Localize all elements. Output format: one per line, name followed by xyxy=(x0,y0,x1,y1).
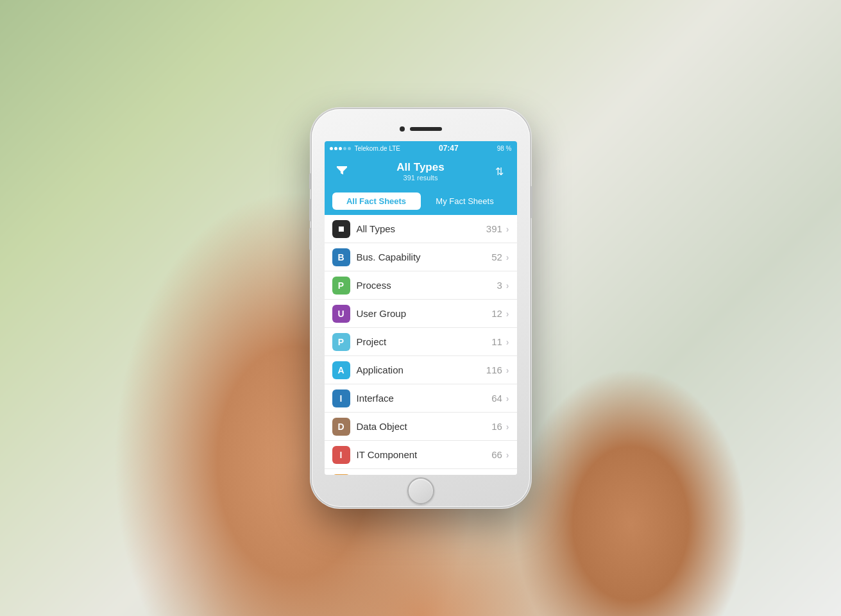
item-count-8: 66 xyxy=(491,449,502,460)
item-count-7: 16 xyxy=(491,421,502,432)
item-chevron-1: › xyxy=(506,252,509,262)
item-chevron-7: › xyxy=(506,422,509,432)
item-icon-2: P xyxy=(332,277,350,295)
item-count-3: 12 xyxy=(491,308,502,319)
list-item[interactable]: IInterface64› xyxy=(325,384,517,413)
item-label-1: Bus. Capability xyxy=(357,252,492,262)
item-icon-3: U xyxy=(332,305,350,323)
item-icon-5: A xyxy=(332,361,350,379)
status-bar: Telekom.de LTE 07:47 98 % xyxy=(325,141,517,155)
speaker-grille xyxy=(410,127,442,131)
segment-control: All Fact Sheets My Fact Sheets xyxy=(325,187,517,215)
item-label-6: Interface xyxy=(357,393,492,404)
tab-all-fact-sheets[interactable]: All Fact Sheets xyxy=(332,193,421,210)
item-icon-1: B xyxy=(332,248,350,266)
item-label-5: Application xyxy=(357,364,486,375)
camera-dot xyxy=(400,126,405,132)
sort-icon[interactable]: ⇅ xyxy=(489,166,509,178)
signal-dot-4 xyxy=(343,147,346,150)
item-chevron-6: › xyxy=(506,393,509,404)
list-item[interactable]: UUser Group12› xyxy=(325,300,517,328)
power-button xyxy=(530,186,532,218)
item-count-5: 116 xyxy=(486,364,502,375)
list-item[interactable]: BBus. Capability52› xyxy=(325,243,517,271)
list-item[interactable]: DData Object16› xyxy=(325,413,517,441)
list-item[interactable]: PProvider30› xyxy=(325,469,517,475)
item-label-4: Project xyxy=(357,336,492,347)
nav-bar: All Types 391 results ⇅ xyxy=(325,155,517,187)
item-label-7: Data Object xyxy=(357,421,492,432)
item-count-4: 11 xyxy=(491,336,502,347)
tab-my-fact-sheets[interactable]: My Fact Sheets xyxy=(421,193,509,210)
item-chevron-5: › xyxy=(506,365,509,375)
signal-dot-3 xyxy=(339,147,342,150)
list-item[interactable]: IIT Component66› xyxy=(325,441,517,469)
item-label-8: IT Component xyxy=(357,449,492,460)
nav-title-text: All Types xyxy=(396,161,444,174)
signal-dot-1 xyxy=(330,147,333,150)
fact-sheets-list: All Types391›BBus. Capability52›PProcess… xyxy=(325,215,517,475)
time-label: 07:47 xyxy=(439,144,459,153)
svg-rect-0 xyxy=(339,227,344,232)
signal-dot-5 xyxy=(348,147,351,150)
scene: Telekom.de LTE 07:47 98 % All Types 391 … xyxy=(0,0,841,616)
item-chevron-3: › xyxy=(506,309,509,319)
home-button[interactable] xyxy=(407,477,434,504)
item-count-0: 391 xyxy=(486,223,502,234)
screen: Telekom.de LTE 07:47 98 % All Types 391 … xyxy=(325,141,517,475)
volume-down-button xyxy=(309,228,312,250)
carrier-label: Telekom.de LTE xyxy=(355,145,401,152)
item-chevron-0: › xyxy=(506,224,509,234)
item-icon-0 xyxy=(332,220,350,238)
iphone-top xyxy=(312,109,530,141)
item-icon-8: I xyxy=(332,446,350,464)
list-item[interactable]: PProject11› xyxy=(325,328,517,356)
iphone-bottom xyxy=(407,475,434,507)
item-chevron-2: › xyxy=(506,280,509,291)
camera-speaker-area xyxy=(400,126,442,132)
iphone-frame: Telekom.de LTE 07:47 98 % All Types 391 … xyxy=(312,109,530,507)
list-item[interactable]: PProcess3› xyxy=(325,271,517,300)
nav-subtitle: 391 results xyxy=(396,174,444,182)
item-chevron-8: › xyxy=(506,450,509,460)
item-icon-9: P xyxy=(332,474,350,475)
item-label-3: User Group xyxy=(357,308,492,319)
filter-icon[interactable] xyxy=(332,164,352,180)
signal-dot-2 xyxy=(334,147,337,150)
item-label-2: Process xyxy=(357,280,497,291)
item-count-1: 52 xyxy=(491,252,502,262)
list-item[interactable]: AApplication116› xyxy=(325,356,517,384)
volume-up-button xyxy=(309,199,312,221)
item-count-2: 3 xyxy=(497,280,502,291)
item-count-6: 64 xyxy=(491,393,502,404)
nav-title-area: All Types 391 results xyxy=(396,161,444,182)
list-item[interactable]: All Types391› xyxy=(325,215,517,243)
battery-label: 98 % xyxy=(497,145,512,152)
item-label-0: All Types xyxy=(357,223,486,234)
item-chevron-4: › xyxy=(506,337,509,347)
status-left: Telekom.de LTE xyxy=(330,145,401,152)
silent-switch xyxy=(309,173,312,189)
item-icon-7: D xyxy=(332,418,350,436)
item-icon-4: P xyxy=(332,333,350,351)
item-icon-6: I xyxy=(332,389,350,407)
